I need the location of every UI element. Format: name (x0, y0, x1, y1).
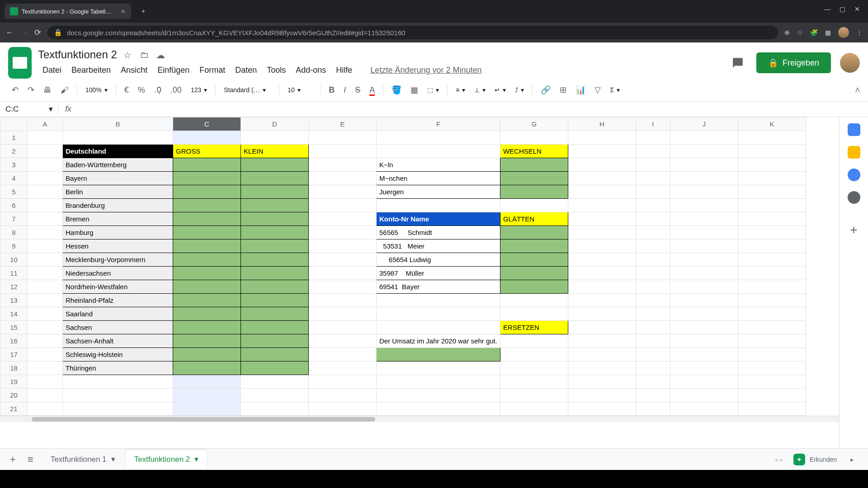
cell-B4[interactable]: Bayern (63, 172, 173, 185)
row-header-19[interactable]: 19 (0, 375, 28, 389)
cell-D7[interactable] (241, 212, 309, 226)
cell-G12[interactable] (500, 280, 568, 294)
menu-tools[interactable]: Tools (262, 63, 290, 78)
cell-E8[interactable] (309, 226, 377, 239)
cell-D10[interactable] (241, 253, 309, 267)
cell-I19[interactable] (636, 375, 670, 389)
cell-D16[interactable] (241, 334, 309, 348)
minimize-icon[interactable]: — (824, 5, 830, 13)
cell-K7[interactable] (738, 212, 806, 226)
link-icon[interactable]: 🔗 (537, 82, 554, 98)
cell-C16[interactable] (173, 334, 241, 348)
row-header-8[interactable]: 8 (0, 226, 28, 239)
cell-F20[interactable] (377, 389, 500, 402)
cell-K5[interactable] (738, 185, 806, 199)
sheet-tab[interactable]: Textfunktionen 1 ▾ (42, 450, 123, 469)
last-edit-link[interactable]: Letzte Änderung vor 2 Minuten (370, 66, 481, 75)
cell-C4[interactable] (173, 172, 241, 185)
cell-E11[interactable] (309, 267, 377, 280)
cell-C15[interactable] (173, 321, 241, 334)
undo-icon[interactable]: ↶ (8, 82, 22, 98)
cell-D20[interactable] (241, 389, 309, 402)
cell-H10[interactable] (568, 253, 636, 267)
cell-F18[interactable] (377, 361, 500, 375)
row-header-21[interactable]: 21 (0, 402, 28, 416)
cell-J2[interactable] (670, 145, 738, 158)
cell-H20[interactable] (568, 389, 636, 402)
cell-E16[interactable] (309, 334, 377, 348)
cell-A17[interactable] (28, 348, 63, 361)
cell-H21[interactable] (568, 402, 636, 416)
font-select[interactable]: Standard (… ▾ (220, 84, 274, 95)
row-header-12[interactable]: 12 (0, 280, 28, 294)
cell-F9[interactable]: 53531 Meier (377, 239, 500, 253)
cell-D4[interactable] (241, 172, 309, 185)
cell-B2[interactable]: Deutschland (63, 145, 173, 158)
all-sheets-icon[interactable]: ≡ (25, 451, 36, 468)
cell-C11[interactable] (173, 267, 241, 280)
cell-H8[interactable] (568, 226, 636, 239)
cell-I8[interactable] (636, 226, 670, 239)
maximize-icon[interactable]: ▢ (840, 5, 845, 13)
cell-G15[interactable]: ERSETZEN (500, 321, 568, 334)
cell-I2[interactable] (636, 145, 670, 158)
cell-K20[interactable] (738, 389, 806, 402)
valign-select[interactable]: ⊥ ▾ (471, 84, 489, 95)
cell-B16[interactable]: Sachsen-Anhalt (63, 334, 173, 348)
cell-D21[interactable] (241, 402, 309, 416)
doc-title[interactable]: Textfunktionen 2 (38, 48, 117, 61)
close-window-icon[interactable]: ✕ (854, 5, 860, 13)
cell-A7[interactable] (28, 212, 63, 226)
cell-I18[interactable] (636, 361, 670, 375)
row-header-2[interactable]: 2 (0, 145, 28, 158)
chevron-down-icon[interactable]: ▾ (111, 455, 115, 464)
chevron-down-icon[interactable]: ▾ (194, 455, 198, 464)
cell-E21[interactable] (309, 402, 377, 416)
row-header-3[interactable]: 3 (0, 158, 28, 172)
cell-J3[interactable] (670, 158, 738, 172)
explore-button[interactable]: ◂ ▸ ✦ Erkunden ▸ (767, 450, 861, 469)
cell-B12[interactable]: Nordrhein-Westfalen (63, 280, 173, 294)
cell-I14[interactable] (636, 307, 670, 321)
cell-J17[interactable] (670, 348, 738, 361)
cell-D12[interactable] (241, 280, 309, 294)
paint-format-icon[interactable]: 🖌 (57, 83, 72, 98)
cell-K11[interactable] (738, 267, 806, 280)
cell-C17[interactable] (173, 348, 241, 361)
bold-icon[interactable]: B (325, 83, 338, 98)
cell-E13[interactable] (309, 294, 377, 307)
spreadsheet-grid[interactable]: ABCDEFGHIJK12DeutschlandGROSSKLEINWECHSE… (0, 117, 839, 448)
merge-cells-select[interactable]: ⬚ ▾ (424, 84, 443, 95)
cell-E5[interactable] (309, 185, 377, 199)
cell-C3[interactable] (173, 158, 241, 172)
select-all-corner[interactable] (0, 117, 28, 131)
tasks-icon[interactable] (848, 169, 860, 181)
cell-G17[interactable] (500, 348, 568, 361)
formula-input[interactable] (78, 102, 868, 117)
cell-J11[interactable] (670, 267, 738, 280)
row-header-7[interactable]: 7 (0, 212, 28, 226)
strikethrough-icon[interactable]: S (351, 83, 364, 98)
cell-D17[interactable] (241, 348, 309, 361)
cell-K16[interactable] (738, 334, 806, 348)
cell-D9[interactable] (241, 239, 309, 253)
cell-A9[interactable] (28, 239, 63, 253)
menu-einfuegen[interactable]: Einfügen (153, 63, 194, 78)
cell-K15[interactable] (738, 321, 806, 334)
column-header-K[interactable]: K (738, 117, 806, 131)
cell-F8[interactable]: 56565 Schmidt (377, 226, 500, 239)
cell-G7[interactable]: GLÄTTEN (500, 212, 568, 226)
cell-J19[interactable] (670, 375, 738, 389)
new-tab-button[interactable]: ＋ (137, 4, 150, 19)
cell-G13[interactable] (500, 294, 568, 307)
cell-C7[interactable] (173, 212, 241, 226)
cell-G18[interactable] (500, 361, 568, 375)
cell-E12[interactable] (309, 280, 377, 294)
cell-E4[interactable] (309, 172, 377, 185)
font-size-select[interactable]: 10 ▾ (284, 84, 316, 95)
cell-G19[interactable] (500, 375, 568, 389)
cell-K18[interactable] (738, 361, 806, 375)
cell-C10[interactable] (173, 253, 241, 267)
extensions-icon[interactable]: 🧩 (810, 29, 818, 36)
cell-A18[interactable] (28, 361, 63, 375)
